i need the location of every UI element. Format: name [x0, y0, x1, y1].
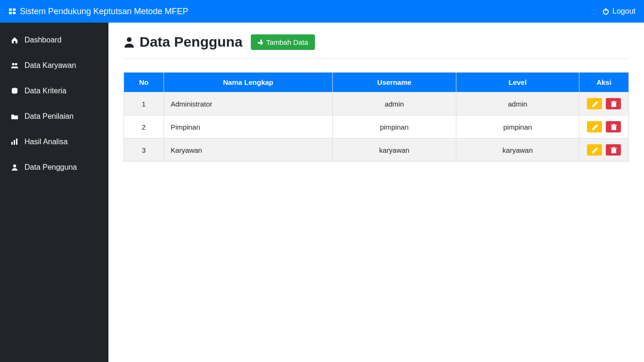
th-no: No — [124, 73, 164, 92]
edit-icon — [591, 100, 598, 107]
cell-level: pimpinan — [456, 115, 579, 139]
sidebar-item-data-penilaian[interactable]: Data Penilaian — [0, 104, 108, 129]
chart-bar-icon — [10, 138, 19, 146]
sidebar-item-data-kriteria[interactable]: Data Kriteria — [0, 78, 108, 104]
sidebar-item-label: Data Pengguna — [25, 163, 77, 172]
main-content: Data Pengguna Tambah Data No Nama Lengka… — [108, 23, 644, 362]
edit-button[interactable] — [587, 98, 602, 109]
cell-no: 3 — [124, 139, 164, 162]
cell-aksi — [579, 139, 629, 162]
sidebar-item-label: Data Karyawan — [25, 61, 76, 70]
power-icon — [602, 8, 610, 15]
cell-nama: Administrator — [164, 92, 333, 115]
trash-icon — [610, 147, 617, 153]
cell-aksi — [579, 92, 629, 115]
plus-icon — [257, 39, 263, 45]
edit-icon — [591, 123, 598, 130]
th-nama: Nama Lengkap — [164, 73, 333, 92]
page-title-text: Data Pengguna — [140, 34, 242, 50]
users-table: No Nama Lengkap Username Level Aksi 1 Ad… — [124, 72, 629, 162]
sidebar-item-label: Hasil Analisa — [25, 138, 68, 146]
cell-no: 2 — [124, 115, 164, 139]
cell-nama: Karyawan — [164, 139, 333, 162]
database-icon — [10, 87, 19, 95]
cell-username: admin — [332, 92, 456, 115]
edit-icon — [591, 147, 598, 153]
table-row: 3 Karyawan karyawan karyawan — [124, 139, 629, 162]
user-icon — [10, 164, 19, 171]
users-icon — [10, 62, 19, 69]
th-level: Level — [456, 73, 579, 92]
add-data-button[interactable]: Tambah Data — [251, 34, 314, 50]
sidebar-item-hasil-analisa[interactable]: Hasil Analisa — [0, 129, 108, 155]
sidebar-item-data-pengguna[interactable]: Data Pengguna — [0, 155, 108, 180]
trash-icon — [610, 123, 617, 130]
windows-icon — [8, 8, 16, 15]
th-aksi: Aksi — [579, 73, 629, 92]
sidebar-item-label: Data Penilaian — [25, 112, 74, 121]
table-row: 1 Administrator admin admin — [124, 92, 629, 115]
cell-username: pimpinan — [332, 115, 456, 139]
sidebar-item-data-karyawan[interactable]: Data Karyawan — [0, 53, 108, 78]
th-username: Username — [332, 73, 456, 92]
sidebar: Dashboard Data Karyawan Data Kriteria Da… — [0, 23, 108, 362]
cell-aksi — [579, 115, 629, 139]
page-title: Data Pengguna — [124, 34, 242, 50]
delete-button[interactable] — [606, 98, 621, 109]
edit-button[interactable] — [587, 144, 602, 156]
add-data-label: Tambah Data — [266, 38, 308, 46]
edit-button[interactable] — [587, 121, 602, 132]
navbar-brand[interactable]: Sistem Pendukung Keptutsan Metode MFEP — [8, 7, 188, 16]
brand-title: Sistem Pendukung Keptutsan Metode MFEP — [20, 7, 188, 16]
delete-button[interactable] — [606, 144, 621, 156]
home-icon — [10, 36, 19, 44]
table-header-row: No Nama Lengkap Username Level Aksi — [124, 73, 629, 92]
sidebar-item-label: Data Kriteria — [25, 87, 66, 95]
navbar: Sistem Pendukung Keptutsan Metode MFEP L… — [0, 0, 644, 23]
user-icon — [124, 36, 135, 48]
cell-nama: Pimpinan — [164, 115, 333, 139]
page-header: Data Pengguna Tambah Data — [124, 34, 629, 59]
logout-link[interactable]: Logout — [602, 7, 636, 16]
cell-level: admin — [456, 92, 579, 115]
cell-level: karyawan — [456, 139, 579, 162]
logout-label: Logout — [612, 7, 636, 16]
trash-icon — [610, 100, 617, 107]
folder-icon — [10, 113, 19, 120]
cell-username: karyawan — [332, 139, 456, 162]
cell-no: 1 — [124, 92, 164, 115]
delete-button[interactable] — [606, 121, 621, 132]
sidebar-item-dashboard[interactable]: Dashboard — [0, 27, 108, 53]
table-row: 2 Pimpinan pimpinan pimpinan — [124, 115, 629, 139]
sidebar-item-label: Dashboard — [25, 36, 61, 44]
